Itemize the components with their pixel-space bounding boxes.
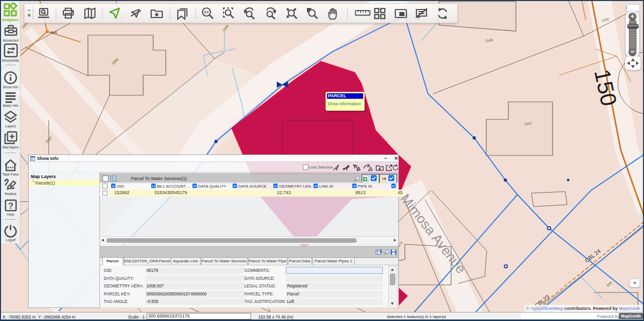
svg-text:?: ? — [8, 201, 13, 211]
svg-text:text: text — [51, 30, 57, 35]
svg-text:XY: XY — [204, 10, 209, 15]
